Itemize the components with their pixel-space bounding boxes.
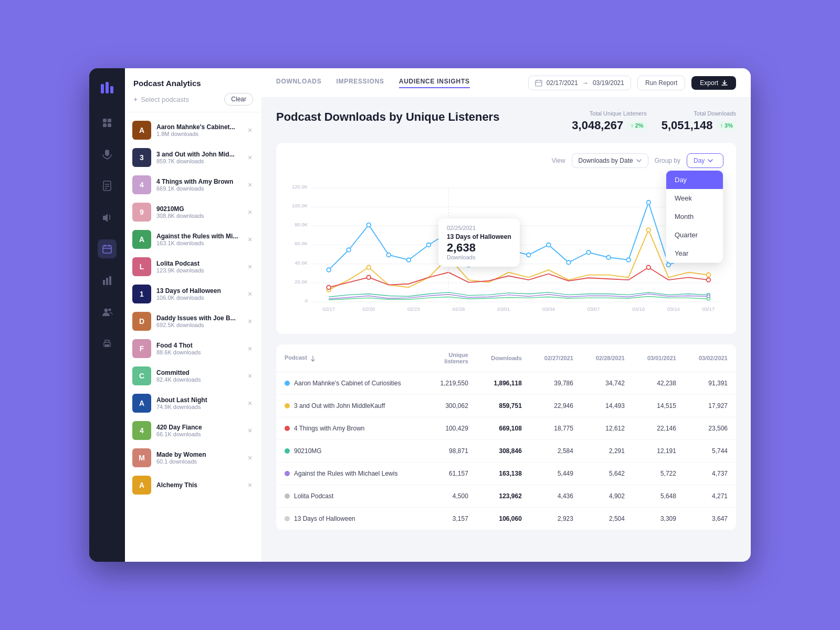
group-by-dropdown: Day Day Week Month Quarter Year — [687, 153, 723, 168]
dropdown-item-week[interactable]: Week — [666, 189, 723, 207]
dashboard-body: Podcast Downloads by Unique Listeners To… — [261, 98, 751, 562]
list-item[interactable]: D Daddy Issues with Joe B... 692.5K down… — [125, 308, 261, 335]
podcast-remove-icon[interactable]: × — [246, 235, 254, 244]
date-arrow: → — [582, 79, 589, 87]
grid-icon[interactable] — [98, 113, 117, 132]
list-item[interactable]: 9 90210MG 308.8K downloads × — [125, 198, 261, 226]
podcast-thumbnail: 1 — [132, 285, 151, 303]
svg-point-63 — [547, 243, 551, 247]
cell-d4: 3,647 — [685, 508, 736, 530]
calendar-icon[interactable] — [98, 239, 117, 258]
svg-text:02/17: 02/17 — [322, 306, 335, 312]
cell-d3: 5,648 — [633, 485, 685, 508]
export-button[interactable]: Export — [691, 76, 736, 90]
svg-rect-3 — [103, 119, 107, 122]
tab-downloads[interactable]: DOWNLOADS — [276, 78, 321, 88]
podcast-panel-header: Podcast Analytics + Select podcasts Clea… — [125, 68, 261, 112]
list-item[interactable]: 4 420 Day Fiance 66.1K downloads × — [125, 417, 261, 444]
cell-d2: 4,902 — [582, 485, 633, 508]
list-item[interactable]: A About Last Night 74.9K downloads × — [125, 390, 261, 417]
podcast-remove-icon[interactable]: × — [246, 426, 254, 435]
calendar-small-icon — [535, 79, 542, 87]
cell-d1: 2,923 — [530, 508, 582, 530]
dropdown-item-day[interactable]: Day — [666, 171, 723, 189]
list-item[interactable]: 1 13 Days of Halloween 106.0K downloads … — [125, 280, 261, 308]
cell-d2: 12,612 — [582, 417, 633, 440]
podcast-remove-icon[interactable]: × — [246, 126, 254, 134]
podcast-remove-icon[interactable]: × — [246, 372, 254, 380]
dropdown-item-month[interactable]: Month — [666, 207, 723, 226]
dropdown-item-quarter[interactable]: Quarter — [666, 226, 723, 244]
download-icon — [721, 80, 728, 86]
podcast-download-count: 74.9K downloads — [156, 404, 240, 410]
cell-d1: 22,946 — [530, 395, 582, 417]
stats-badges: Total Unique Listeners 3,048,267 ↑ 2% To… — [572, 110, 736, 132]
svg-point-73 — [366, 266, 371, 270]
tooltip-podcast: 13 Days of Halloween — [447, 233, 511, 240]
podcast-remove-icon[interactable]: × — [246, 181, 254, 189]
people-icon[interactable] — [98, 302, 117, 321]
cell-d1: 39,786 — [530, 372, 582, 395]
podcast-remove-icon[interactable]: × — [246, 290, 254, 298]
chart-icon[interactable] — [98, 271, 117, 290]
podcast-download-count: 163.1K downloads — [156, 240, 240, 246]
doc-icon[interactable] — [98, 176, 117, 195]
page-title: Podcast Downloads by Unique Listeners — [276, 110, 499, 124]
dropdown-item-year[interactable]: Year — [666, 244, 723, 262]
list-item[interactable]: A Alchemy This × — [125, 471, 261, 499]
view-select[interactable]: Downloads by Date — [572, 153, 648, 168]
svg-text:02/23: 02/23 — [407, 306, 420, 312]
svg-point-76 — [707, 273, 711, 277]
run-report-button[interactable]: Run Report — [637, 76, 685, 90]
tab-audience-insights[interactable]: AUDIENCE INSIGHTS — [399, 78, 470, 88]
svg-rect-17 — [103, 280, 105, 285]
podcast-remove-icon[interactable]: × — [246, 208, 254, 216]
cell-podcast: Lolita Podcast — [276, 485, 426, 508]
print-icon[interactable] — [98, 334, 117, 353]
podcast-remove-icon[interactable]: × — [246, 399, 254, 407]
podcast-name: 420 Day Fiance — [156, 424, 240, 431]
tab-impressions[interactable]: IMPRESSIONS — [336, 78, 384, 88]
cell-podcast-name: Against the Rules with Michael Lewis — [294, 470, 397, 477]
podcast-name: Made by Women — [156, 451, 240, 458]
mic-icon[interactable] — [98, 145, 117, 164]
unique-listeners-value: 3,048,267 — [572, 119, 623, 132]
col-podcast: Podcast — [276, 344, 426, 372]
podcast-remove-icon[interactable]: × — [246, 454, 254, 462]
cell-podcast-name: 4 Things with Amy Brown — [294, 425, 365, 432]
podcasts-heading: Podcast Analytics — [133, 79, 253, 88]
svg-point-54 — [366, 223, 371, 227]
cell-downloads: 859,751 — [477, 395, 530, 417]
cell-d4: 5,744 — [685, 440, 736, 463]
list-item[interactable]: L Lolita Podcast 123.9K downloads × — [125, 253, 261, 280]
podcast-download-count: 669.1K downloads — [156, 185, 240, 192]
cell-d4: 23,506 — [685, 417, 736, 440]
podcast-remove-icon[interactable]: × — [246, 262, 254, 271]
date-range-picker[interactable]: 02/17/2021 → 03/19/2021 — [528, 76, 631, 90]
list-item[interactable]: M Made by Women 60.1 downloads × — [125, 444, 261, 471]
cell-d3: 12,191 — [633, 440, 685, 463]
podcast-search-bar: + Select podcasts Clear — [133, 93, 253, 106]
table-row: Lolita Podcast 4,500 123,962 4,436 4,902… — [276, 485, 736, 508]
podcast-remove-icon[interactable]: × — [246, 153, 254, 162]
cell-downloads: 106,060 — [477, 508, 530, 530]
podcast-remove-icon[interactable]: × — [246, 481, 254, 489]
group-by-button[interactable]: Day — [687, 153, 723, 168]
svg-text:02/26: 02/26 — [453, 306, 465, 312]
cell-podcast: Aaron Mahnke's Cabinet of Curiosities — [276, 372, 426, 395]
main-content: DOWNLOADS IMPRESSIONS AUDIENCE INSIGHTS … — [261, 68, 751, 562]
list-item[interactable]: A Aaron Mahnke's Cabinet... 1.8M downloa… — [125, 117, 261, 144]
cell-d2: 14,493 — [582, 395, 633, 417]
table-head: Podcast Uniquelisteners Downloads 02/27/… — [276, 344, 736, 372]
list-item[interactable]: 3 3 and Out with John Mid... 859.7K down… — [125, 144, 261, 171]
podcast-remove-icon[interactable]: × — [246, 344, 254, 353]
list-item[interactable]: A Against the Rules with Mi... 163.1K do… — [125, 226, 261, 253]
select-podcasts-btn[interactable]: + Select podcasts — [133, 95, 220, 103]
list-item[interactable]: F Food 4 Thot 88.6K downloads × — [125, 335, 261, 362]
col-downloads: Downloads — [477, 344, 530, 372]
clear-button[interactable]: Clear — [224, 93, 253, 106]
list-item[interactable]: 4 4 Things with Amy Brown 669.1K downloa… — [125, 171, 261, 198]
list-item[interactable]: C Committed 82.4K downloads × — [125, 362, 261, 390]
volume-icon[interactable] — [98, 208, 117, 227]
podcast-remove-icon[interactable]: × — [246, 317, 254, 326]
